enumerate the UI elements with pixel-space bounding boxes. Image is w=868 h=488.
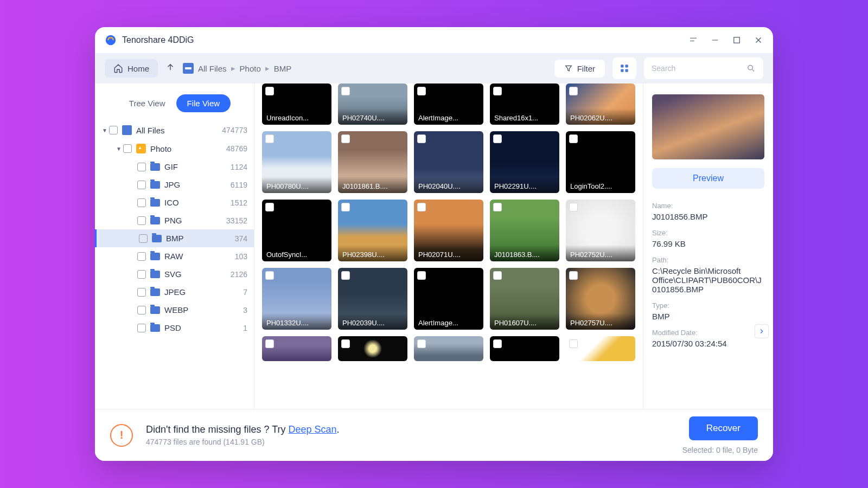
thumbnail[interactable] bbox=[338, 336, 407, 361]
thumbnail[interactable]: AlertImage... bbox=[414, 268, 483, 330]
menu-icon[interactable] bbox=[688, 35, 698, 45]
thumbnail[interactable]: J0101861.B.... bbox=[338, 131, 407, 193]
thumbnail[interactable] bbox=[490, 336, 559, 361]
checkbox[interactable] bbox=[569, 87, 578, 95]
tree-view-tab[interactable]: Tree View bbox=[118, 94, 176, 112]
checkbox[interactable] bbox=[569, 339, 578, 348]
thumbnail[interactable]: PH02740U.... bbox=[338, 84, 407, 125]
thumbnail[interactable]: PH02291U.... bbox=[490, 131, 559, 193]
checkbox[interactable] bbox=[341, 339, 350, 348]
checkbox[interactable] bbox=[139, 234, 148, 243]
thumbnail[interactable]: LoginTool2.... bbox=[566, 131, 635, 193]
tree-row-jpeg[interactable]: JPEG7 bbox=[95, 283, 254, 301]
thumbnail[interactable] bbox=[262, 336, 331, 361]
tree-row-bmp[interactable]: BMP374 bbox=[95, 229, 254, 247]
tree-row-ico[interactable]: ICO1512 bbox=[95, 194, 254, 211]
checkbox[interactable] bbox=[341, 203, 350, 211]
checkbox[interactable] bbox=[265, 87, 274, 95]
tree-row-psd[interactable]: PSD1 bbox=[95, 319, 254, 337]
checkbox[interactable] bbox=[493, 87, 502, 95]
checkbox[interactable] bbox=[137, 163, 146, 171]
tree-arrow-icon[interactable]: ▼ bbox=[114, 146, 123, 152]
tree-row-webp[interactable]: WEBP3 bbox=[95, 301, 254, 319]
checkbox[interactable] bbox=[417, 339, 426, 348]
checkbox[interactable] bbox=[493, 203, 502, 211]
checkbox[interactable] bbox=[569, 134, 578, 143]
deep-scan-link[interactable]: Deep Scan bbox=[289, 424, 337, 435]
checkbox[interactable] bbox=[137, 181, 146, 189]
checkbox[interactable] bbox=[493, 271, 502, 280]
checkbox[interactable] bbox=[265, 203, 274, 211]
checkbox[interactable] bbox=[341, 87, 350, 95]
checkbox[interactable] bbox=[493, 339, 502, 348]
alert-icon: ! bbox=[110, 424, 133, 447]
tree-count: 2126 bbox=[231, 270, 247, 279]
tree-row-photo[interactable]: ▼Photo48769 bbox=[95, 139, 254, 158]
checkbox[interactable] bbox=[265, 339, 274, 348]
tree-arrow-icon[interactable]: ▼ bbox=[100, 127, 109, 133]
thumbnail-caption: PH02752U.... bbox=[566, 245, 635, 261]
thumbnail[interactable]: PH02040U.... bbox=[414, 131, 483, 193]
checkbox[interactable] bbox=[137, 324, 146, 332]
checkbox[interactable] bbox=[137, 198, 146, 207]
thumbnail[interactable]: OutofSyncI... bbox=[262, 200, 331, 261]
checkbox[interactable] bbox=[137, 216, 146, 225]
tree-row-png[interactable]: PNG33152 bbox=[95, 211, 254, 229]
up-button[interactable] bbox=[165, 62, 175, 74]
thumbnail[interactable]: PH02752U.... bbox=[566, 200, 635, 261]
thumbnail[interactable] bbox=[414, 336, 483, 361]
checkbox[interactable] bbox=[569, 203, 578, 211]
thumbnail-grid-area[interactable]: UnreadIcon...PH02740U....AlertImage...Sh… bbox=[254, 84, 643, 409]
field-label-size: Size: bbox=[652, 229, 764, 237]
search-input[interactable] bbox=[652, 64, 746, 73]
checkbox[interactable] bbox=[137, 252, 146, 261]
thumbnail[interactable]: AlertImage... bbox=[414, 84, 483, 125]
view-grid-button[interactable] bbox=[612, 57, 636, 79]
checkbox[interactable] bbox=[417, 203, 426, 211]
checkbox[interactable] bbox=[265, 271, 274, 280]
checkbox[interactable] bbox=[137, 270, 146, 279]
tree-row-gif[interactable]: GIF1124 bbox=[95, 158, 254, 176]
home-button[interactable]: Home bbox=[105, 59, 158, 78]
checkbox[interactable] bbox=[109, 126, 118, 134]
thumbnail[interactable] bbox=[566, 336, 635, 361]
checkbox[interactable] bbox=[417, 134, 426, 143]
filter-button[interactable]: Filter bbox=[554, 60, 605, 78]
checkbox[interactable] bbox=[137, 306, 146, 314]
search-box[interactable] bbox=[644, 57, 763, 79]
thumbnail[interactable]: PH01607U.... bbox=[490, 268, 559, 330]
file-view-tab[interactable]: File View bbox=[176, 94, 231, 112]
checkbox[interactable] bbox=[417, 87, 426, 95]
tree-row-raw[interactable]: RAW103 bbox=[95, 247, 254, 265]
preview-button[interactable]: Preview bbox=[652, 168, 764, 189]
tree-row-svg[interactable]: SVG2126 bbox=[95, 265, 254, 283]
thumbnail[interactable]: Shared16x1... bbox=[490, 84, 559, 125]
expand-button[interactable] bbox=[755, 324, 769, 338]
breadcrumb-item[interactable]: BMP bbox=[274, 64, 292, 73]
thumbnail[interactable]: PH02757U.... bbox=[566, 268, 635, 330]
maximize-icon[interactable] bbox=[732, 35, 742, 45]
thumbnail[interactable]: J0101863.B.... bbox=[490, 200, 559, 261]
checkbox[interactable] bbox=[341, 134, 350, 143]
thumbnail[interactable]: PH02062U.... bbox=[566, 84, 635, 125]
tree-row-all files[interactable]: ▼All Files474773 bbox=[95, 121, 254, 139]
checkbox[interactable] bbox=[265, 134, 274, 143]
checkbox[interactable] bbox=[417, 271, 426, 280]
checkbox[interactable] bbox=[493, 134, 502, 143]
recover-button[interactable]: Recover bbox=[689, 416, 758, 440]
thumbnail[interactable]: PH02039U.... bbox=[338, 268, 407, 330]
thumbnail[interactable]: PH01332U.... bbox=[262, 268, 331, 330]
breadcrumb-item[interactable]: All Files bbox=[198, 64, 227, 73]
thumbnail[interactable]: PH00780U.... bbox=[262, 131, 331, 193]
thumbnail[interactable]: PH02398U.... bbox=[338, 200, 407, 261]
checkbox[interactable] bbox=[569, 271, 578, 280]
checkbox[interactable] bbox=[137, 288, 146, 297]
thumbnail[interactable]: PH02071U.... bbox=[414, 200, 483, 261]
checkbox[interactable] bbox=[123, 144, 132, 153]
tree-row-jpg[interactable]: JPG6119 bbox=[95, 176, 254, 194]
checkbox[interactable] bbox=[341, 271, 350, 280]
minimize-icon[interactable] bbox=[710, 35, 720, 45]
close-icon[interactable] bbox=[754, 35, 763, 45]
thumbnail[interactable]: UnreadIcon... bbox=[262, 84, 331, 125]
breadcrumb-item[interactable]: Photo bbox=[240, 64, 261, 73]
